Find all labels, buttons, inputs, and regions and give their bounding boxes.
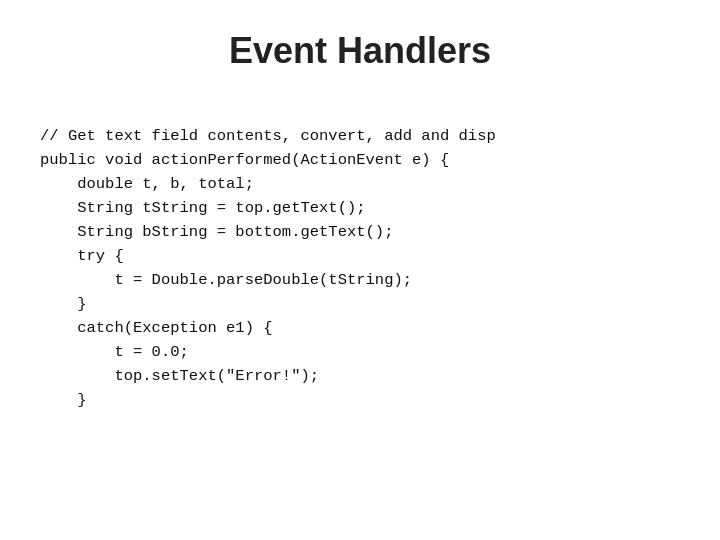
code-line-7: t = Double.parseDouble(tString);: [40, 271, 412, 289]
code-line-2: public void actionPerformed(ActionEvent …: [40, 151, 449, 169]
code-line-4: String tString = top.getText();: [40, 199, 366, 217]
code-line-5: String bString = bottom.getText();: [40, 223, 393, 241]
code-line-12: }: [40, 391, 87, 409]
code-line-11: top.setText("Error!");: [40, 367, 319, 385]
code-line-6: try {: [40, 247, 124, 265]
page-title: Event Handlers: [229, 30, 491, 72]
code-line-8: }: [40, 295, 87, 313]
code-line-10: t = 0.0;: [40, 343, 189, 361]
code-block: // Get text field contents, convert, add…: [40, 100, 680, 412]
code-line-3: double t, b, total;: [40, 175, 254, 193]
code-line-1: // Get text field contents, convert, add…: [40, 127, 496, 145]
code-line-9: catch(Exception e1) {: [40, 319, 273, 337]
